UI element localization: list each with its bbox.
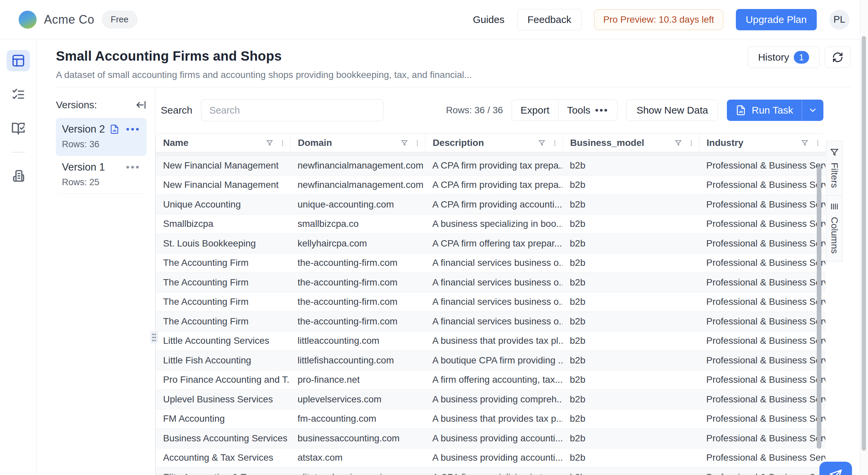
- column-menu-icon[interactable]: [688, 139, 695, 147]
- cell-name[interactable]: New Financial Management: [156, 156, 290, 175]
- cell-name[interactable]: The Accounting Firm: [156, 312, 290, 331]
- column-menu-icon[interactable]: [814, 139, 822, 147]
- cell-name[interactable]: Accounting & Tax Services: [156, 448, 290, 468]
- table-row[interactable]: Elite Accounting & Tax elitetaxplannings…: [156, 468, 826, 475]
- cell-description[interactable]: A financial services business o...: [425, 254, 562, 273]
- cell-description[interactable]: A financial services business o...: [425, 293, 562, 312]
- table-row[interactable]: Little Accounting Services littleaccount…: [156, 331, 826, 351]
- cell-name[interactable]: Unique Accounting: [156, 195, 290, 214]
- pro-preview-badge[interactable]: Pro Preview: 10.3 days left: [594, 9, 723, 30]
- table-row[interactable]: The Accounting Firm the-accounting-firm.…: [156, 273, 826, 293]
- table-row[interactable]: The Accounting Firm the-accounting-firm.…: [156, 293, 826, 312]
- version-menu-icon[interactable]: •••: [126, 165, 141, 169]
- tab-filters[interactable]: Filters: [826, 141, 843, 196]
- cell-business-model[interactable]: b2b: [562, 254, 699, 273]
- cell-business-model[interactable]: b2b: [562, 214, 699, 234]
- cell-domain[interactable]: smallbizcpa.co: [290, 214, 425, 234]
- cell-description[interactable]: A boutique CPA firm providing ...: [425, 351, 562, 370]
- table-row[interactable]: New Financial Management newfinancialman…: [156, 176, 826, 195]
- cell-domain[interactable]: pro-finance.net: [290, 370, 425, 390]
- cell-business-model[interactable]: b2b: [562, 156, 699, 175]
- cell-name[interactable]: The Accounting Firm: [156, 293, 290, 312]
- cell-business-model[interactable]: b2b: [562, 390, 699, 409]
- cell-industry[interactable]: Professional & Business Servic...: [699, 390, 826, 409]
- cell-domain[interactable]: littleaccounting.com: [290, 331, 425, 351]
- cell-name[interactable]: Little Fish Accounting: [156, 351, 290, 370]
- cell-industry[interactable]: Professional & Business Servic...: [699, 448, 826, 468]
- table-row[interactable]: Accounting & Tax Services atstax.com A b…: [156, 448, 826, 468]
- cell-domain[interactable]: newfinancialmanagement.com: [290, 156, 425, 175]
- refresh-button[interactable]: [825, 47, 851, 68]
- table-row[interactable]: St. Louis Bookkeeping kellyhaircpa.com A…: [156, 234, 826, 254]
- table-row[interactable]: FM Accounting fm-accounting.com A busine…: [156, 409, 826, 429]
- cell-description[interactable]: A CPA firm specializing in tax ...: [425, 468, 562, 475]
- cell-industry[interactable]: Professional & Business Servic...: [699, 234, 826, 253]
- cell-industry[interactable]: Professional & Business Servic...: [699, 176, 826, 195]
- cell-domain[interactable]: the-accounting-firm.com: [290, 254, 425, 273]
- cell-business-model[interactable]: b2b: [562, 312, 699, 331]
- cell-description[interactable]: A financial services business o...: [425, 312, 562, 331]
- table-scrollbar-thumb[interactable]: [817, 166, 822, 449]
- cell-business-model[interactable]: b2b: [562, 409, 699, 429]
- page-scrollbar-thumb[interactable]: [862, 36, 866, 451]
- cell-business-model[interactable]: b2b: [562, 448, 699, 468]
- column-header-business-model[interactable]: Business_model: [562, 133, 699, 152]
- version-item-1[interactable]: Version 1 ••• Rows: 25: [56, 156, 147, 194]
- cell-description[interactable]: A firm offering accounting, tax...: [425, 370, 562, 390]
- cell-domain[interactable]: the-accounting-firm.com: [290, 312, 425, 331]
- cell-description[interactable]: A business providing accounti...: [425, 448, 562, 468]
- cell-industry[interactable]: Professional & Business Servic...: [699, 293, 826, 312]
- cell-industry[interactable]: Professional & Business Servic...: [699, 195, 826, 214]
- show-new-data-button[interactable]: Show New Data: [626, 99, 718, 121]
- table-row[interactable]: The Accounting Firm the-accounting-firm.…: [156, 312, 826, 331]
- cell-description[interactable]: A business providing accounti...: [425, 429, 562, 448]
- cell-name[interactable]: The Accounting Firm: [156, 254, 290, 273]
- cell-domain[interactable]: newfinancialmanagement.com: [290, 176, 425, 195]
- cell-domain[interactable]: businessaccounting.com: [290, 429, 425, 448]
- cell-name[interactable]: New Financial Management: [156, 176, 290, 195]
- history-button[interactable]: History 1: [748, 47, 819, 68]
- run-task-dropdown[interactable]: [802, 99, 824, 121]
- column-header-industry[interactable]: Industry: [699, 133, 826, 152]
- cell-name[interactable]: Pro Finance Accounting and T...: [156, 370, 290, 390]
- table-row[interactable]: Unique Accounting unique-accounting.com …: [156, 195, 826, 214]
- cell-domain[interactable]: kellyhaircpa.com: [290, 234, 425, 253]
- cell-domain[interactable]: atstax.com: [290, 448, 425, 468]
- cell-domain[interactable]: littlefishaccounting.com: [290, 351, 425, 370]
- table-row[interactable]: New Financial Management newfinancialman…: [156, 156, 826, 176]
- nav-tasks[interactable]: [7, 84, 30, 105]
- column-header-name[interactable]: Name: [156, 133, 290, 152]
- guides-link[interactable]: Guides: [473, 14, 504, 25]
- cell-description[interactable]: A business that provides tax p...: [425, 409, 562, 429]
- cell-domain[interactable]: fm-accounting.com: [290, 409, 425, 429]
- cell-industry[interactable]: Professional & Business Servic...: [699, 370, 826, 390]
- filter-icon[interactable]: [801, 139, 809, 147]
- table-row[interactable]: Pro Finance Accounting and T... pro-fina…: [156, 370, 826, 390]
- cell-business-model[interactable]: b2b: [562, 468, 699, 475]
- cell-industry[interactable]: Professional & Business Servic...: [699, 331, 826, 351]
- nav-datasets[interactable]: [7, 50, 30, 71]
- run-task-button[interactable]: Run Task: [727, 99, 802, 121]
- cell-name[interactable]: St. Louis Bookkeeping: [156, 234, 290, 253]
- cell-industry[interactable]: Professional & Business Servic...: [699, 409, 826, 429]
- filter-icon[interactable]: [674, 139, 682, 147]
- cell-description[interactable]: A CPA firm providing tax prepa...: [425, 156, 562, 175]
- column-menu-icon[interactable]: [414, 139, 421, 147]
- search-input[interactable]: [201, 99, 383, 121]
- table-row[interactable]: Business Accounting Services businessacc…: [156, 429, 826, 448]
- cell-domain[interactable]: the-accounting-firm.com: [290, 293, 425, 312]
- export-button[interactable]: Export: [512, 100, 558, 121]
- collapse-panel-icon[interactable]: [135, 99, 147, 111]
- feedback-button[interactable]: Feedback: [517, 9, 582, 30]
- table-row[interactable]: Smallbizcpa smallbizcpa.co A business sp…: [156, 214, 826, 234]
- column-menu-icon[interactable]: [551, 139, 558, 147]
- cell-business-model[interactable]: b2b: [562, 351, 699, 370]
- ai-assistant-fab[interactable]: [819, 462, 852, 475]
- cell-name[interactable]: FM Accounting: [156, 409, 290, 429]
- cell-industry[interactable]: Professional & Business Servic...: [699, 156, 826, 175]
- table-row[interactable]: Uplevel Business Services uplevelservice…: [156, 390, 826, 409]
- nav-billing[interactable]: [7, 165, 30, 186]
- cell-business-model[interactable]: b2b: [562, 273, 699, 292]
- cell-industry[interactable]: Professional & Business Servic...: [699, 468, 826, 475]
- column-menu-icon[interactable]: [279, 139, 286, 147]
